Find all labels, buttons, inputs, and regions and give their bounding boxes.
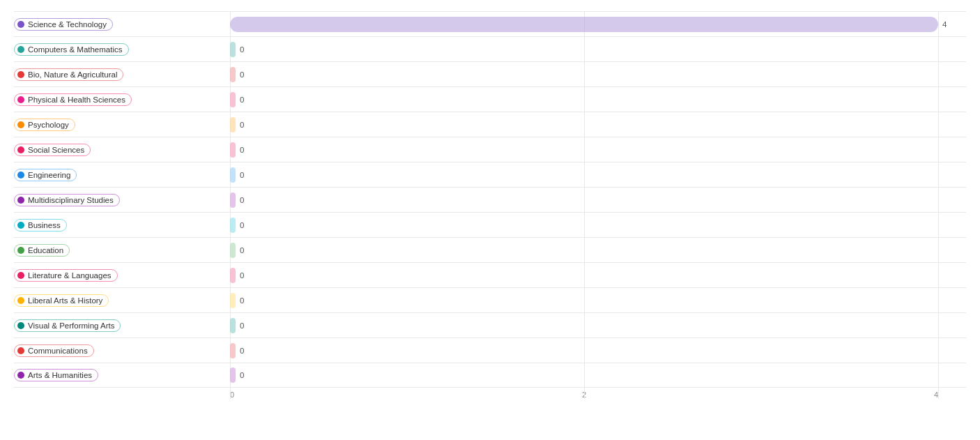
bar-label-text: Computers & Mathematics bbox=[28, 45, 123, 54]
bar-label-text: Social Sciences bbox=[28, 146, 84, 154]
bar-label-container: Bio, Nature & Agricultural bbox=[14, 62, 123, 86]
bar-label-text: Physical & Health Sciences bbox=[28, 96, 125, 104]
x-axis: 024 bbox=[14, 390, 966, 399]
bar-label-pill: Communications bbox=[14, 344, 94, 357]
x-axis-label: 2 bbox=[582, 390, 586, 399]
bar-label-container: Literature & Languages bbox=[14, 263, 118, 287]
bar-track bbox=[230, 167, 236, 183]
page-container: Science & Technology4Computers & Mathema… bbox=[14, 11, 966, 399]
bar-dot bbox=[17, 46, 24, 53]
bar-row: Engineering0 bbox=[14, 162, 966, 187]
bar-dot bbox=[17, 96, 24, 103]
bar-dot bbox=[17, 121, 24, 128]
bar-label-text: Literature & Languages bbox=[28, 271, 112, 280]
bar-track bbox=[230, 117, 236, 132]
bar-label-container: Communications bbox=[14, 338, 94, 363]
bar-label-container: Arts & Humanities bbox=[14, 363, 98, 387]
bar-track bbox=[230, 218, 236, 233]
bar-track bbox=[230, 92, 236, 107]
bar-label-pill: Computers & Mathematics bbox=[14, 43, 129, 56]
bar-label-pill: Psychology bbox=[14, 119, 75, 131]
bar-track bbox=[230, 17, 938, 32]
bar-label-container: Business bbox=[14, 213, 67, 237]
bar-label-pill: Multidisciplinary Studies bbox=[14, 194, 120, 206]
bar-value-label: 0 bbox=[240, 45, 244, 54]
bar-row: Liberal Arts & History0 bbox=[14, 287, 966, 312]
bar-label-pill: Business bbox=[14, 219, 67, 232]
bar-value-label: 0 bbox=[240, 221, 244, 229]
bar-value-label: 0 bbox=[240, 271, 244, 280]
bar-row: Computers & Mathematics0 bbox=[14, 36, 966, 61]
bar-dot bbox=[17, 347, 24, 354]
x-axis-label: 0 bbox=[230, 390, 234, 399]
bar-label-text: Communications bbox=[28, 347, 88, 355]
bar-label-pill: Education bbox=[14, 244, 70, 257]
bar-dot bbox=[17, 21, 24, 28]
bar-label-pill: Literature & Languages bbox=[14, 269, 118, 282]
bar-track bbox=[230, 42, 236, 57]
bar-label-container: Physical & Health Sciences bbox=[14, 87, 132, 112]
bar-label-container: Liberal Arts & History bbox=[14, 288, 109, 312]
bar-dot bbox=[17, 197, 24, 204]
bar-label-pill: Engineering bbox=[14, 169, 77, 181]
bar-dot bbox=[17, 272, 24, 279]
bar-value-label: 0 bbox=[240, 171, 244, 179]
bar-label-container: Social Sciences bbox=[14, 137, 91, 162]
bar-label-text: Business bbox=[28, 221, 61, 229]
bar-dot bbox=[17, 297, 24, 304]
bar-dot bbox=[17, 146, 24, 153]
bar-label-text: Visual & Performing Arts bbox=[28, 321, 114, 330]
bar-value-label: 0 bbox=[240, 121, 244, 129]
bar-dot bbox=[17, 322, 24, 329]
bar-row: Visual & Performing Arts0 bbox=[14, 312, 966, 337]
bar-row: Psychology0 bbox=[14, 112, 966, 137]
bar-value-label: 4 bbox=[942, 20, 947, 29]
bar-label-container: Education bbox=[14, 238, 70, 262]
bar-dot bbox=[17, 172, 24, 179]
bar-track bbox=[230, 343, 236, 358]
bar-label-pill: Arts & Humanities bbox=[14, 369, 98, 381]
bar-dot bbox=[17, 222, 24, 229]
bar-row: Multidisciplinary Studies0 bbox=[14, 187, 966, 212]
bar-row: Literature & Languages0 bbox=[14, 262, 966, 287]
bar-value-label: 0 bbox=[240, 371, 244, 379]
bar-value-label: 0 bbox=[240, 347, 244, 355]
bar-label-text: Science & Technology bbox=[28, 20, 107, 29]
bar-value-label: 0 bbox=[240, 96, 244, 104]
bar-value-label: 0 bbox=[240, 196, 244, 204]
bar-label-pill: Bio, Nature & Agricultural bbox=[14, 68, 123, 81]
bar-label-container: Computers & Mathematics bbox=[14, 37, 129, 61]
bar-label-text: Engineering bbox=[28, 171, 70, 179]
bar-track bbox=[230, 142, 236, 158]
bar-label-text: Multidisciplinary Studies bbox=[28, 196, 114, 204]
bar-label-text: Liberal Arts & History bbox=[28, 296, 102, 305]
bar-label-pill: Social Sciences bbox=[14, 144, 91, 156]
bar-row: Arts & Humanities0 bbox=[14, 363, 966, 388]
x-axis-label: 4 bbox=[934, 390, 938, 399]
bar-track bbox=[230, 268, 236, 283]
bar-row: Science & Technology4 bbox=[14, 11, 966, 36]
bar-label-pill: Science & Technology bbox=[14, 18, 113, 31]
bar-label-container: Psychology bbox=[14, 112, 75, 137]
bar-row: Physical & Health Sciences0 bbox=[14, 86, 966, 112]
bar-label-pill: Visual & Performing Arts bbox=[14, 319, 121, 332]
chart-area: Science & Technology4Computers & Mathema… bbox=[14, 11, 966, 399]
bar-dot bbox=[17, 247, 24, 254]
bar-track bbox=[230, 318, 236, 333]
bar-value-label: 0 bbox=[240, 70, 244, 79]
bar-label-text: Bio, Nature & Agricultural bbox=[28, 70, 117, 79]
bars-container: Science & Technology4Computers & Mathema… bbox=[14, 11, 966, 388]
bar-label-text: Education bbox=[28, 246, 63, 255]
bar-track bbox=[230, 243, 236, 258]
bar-row: Communications0 bbox=[14, 337, 966, 363]
bar-row: Education0 bbox=[14, 237, 966, 262]
bar-dot bbox=[17, 372, 24, 379]
bar-label-pill: Liberal Arts & History bbox=[14, 294, 109, 307]
bar-track bbox=[230, 67, 236, 82]
bar-label-container: Visual & Performing Arts bbox=[14, 313, 121, 337]
bar-track bbox=[230, 293, 236, 308]
bar-value-label: 0 bbox=[240, 321, 244, 330]
bar-row: Business0 bbox=[14, 212, 966, 237]
bar-row: Bio, Nature & Agricultural0 bbox=[14, 61, 966, 86]
bar-value-label: 0 bbox=[240, 146, 244, 154]
